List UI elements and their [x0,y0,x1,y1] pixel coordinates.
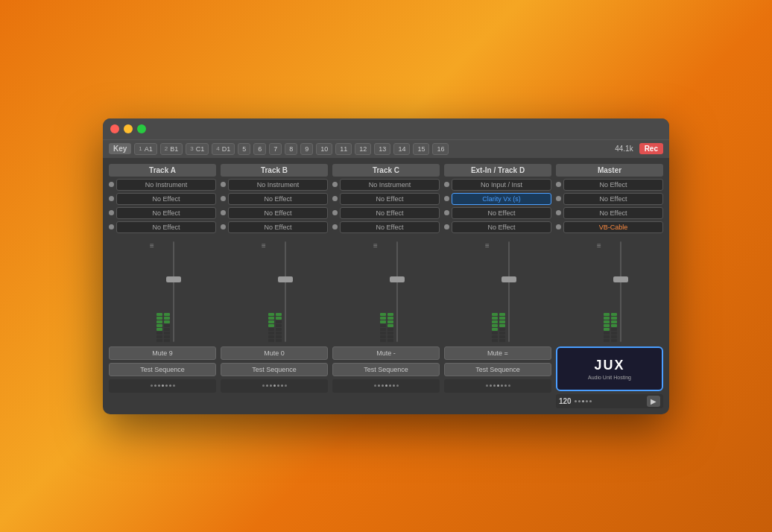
master-menu-icon[interactable]: ≡ [597,241,601,250]
track-b-effect3-row: No Effect [221,221,328,233]
track-a-effect3-row: No Effect [109,221,216,233]
channel-btn-10[interactable]: 10 [316,143,332,155]
channel-btn-c1[interactable]: 3C1 [186,143,209,155]
master-instrument[interactable]: No Effect [563,179,663,191]
track-d-instrument-row: No Input / Inst [444,179,551,191]
track-a-effect3-dot [109,224,114,229]
track-a-knob-mark2 [173,384,175,387]
channel-btn-12[interactable]: 12 [355,143,371,155]
track-c-effect3-row: No Effect [332,221,440,233]
jux-logo-button[interactable]: JUX Audio Unit Hosting [556,346,663,391]
track-d-inst-dot [444,182,449,187]
channel-btn-5[interactable]: 5 [238,143,250,155]
channel-btn-a1[interactable]: 1A1 [134,143,156,155]
tracks-effects-row: Track A No Instrument No Effect No Effec… [109,164,663,233]
track-b-effect2-dot [221,210,226,215]
track-c-effect3[interactable]: No Effect [340,221,440,233]
track-d-effect2[interactable]: No Effect [452,207,551,219]
track-c-effect1-row: No Effect [332,193,440,205]
track-a-effect2-row: No Effect [109,207,216,219]
channel-btn-16[interactable]: 16 [432,143,449,155]
track-b-seq[interactable]: Test Sequence [221,363,328,376]
channel-btn-11[interactable]: 11 [335,143,352,155]
maximize-button[interactable] [137,124,146,133]
fader-track-a: ≡ [109,238,216,342]
fader-master: ≡ [556,238,663,342]
fader-a-knob[interactable] [166,276,181,282]
track-c-seq[interactable]: Test Sequence [332,363,440,376]
track-a-effect3[interactable]: No Effect [116,221,216,233]
track-b-instrument[interactable]: No Instrument [228,179,328,191]
fader-master-knob[interactable] [613,276,628,282]
channel-btn-14[interactable]: 14 [393,143,410,155]
channel-btn-6[interactable]: 6 [253,143,266,155]
channel-btn-7[interactable]: 7 [269,143,282,155]
master-effect2-row: No Effect [556,207,663,219]
track-d-effect3[interactable]: No Effect [452,221,551,233]
fader-track-d: ≡ [444,238,551,342]
track-a-effect1[interactable]: No Effect [116,193,216,205]
app-window: Key 1A1 2B1 3C1 4D1 5 6 7 8 9 10 11 12 1… [103,118,669,414]
channel-btn-8[interactable]: 8 [285,143,297,155]
minimize-button[interactable] [124,124,133,133]
track-a-effect2[interactable]: No Effect [116,207,216,219]
fader-d-knob[interactable] [502,276,516,282]
master-inst-dot [556,182,561,187]
track-a-effect1-dot [109,196,114,201]
track-d-knob-row [444,379,551,393]
track-d-seq[interactable]: Test Sequence [444,363,551,376]
track-b-effect1-row: No Effect [221,193,328,205]
rec-button[interactable]: Rec [639,143,663,154]
key-label[interactable]: Key [109,143,131,154]
track-b-effect3[interactable]: No Effect [228,221,328,233]
track-c-bottom: Mute - Test Sequence [332,346,440,408]
track-c-instrument[interactable]: No Instrument [340,179,440,191]
track-c-knob-row [332,379,440,393]
track-b-effect2[interactable]: No Effect [228,207,328,219]
track-c-menu-icon[interactable]: ≡ [373,241,378,250]
track-a-instrument[interactable]: No Instrument [116,179,216,191]
play-button[interactable]: ▶ [647,396,660,407]
track-b-bottom: Mute 0 Test Sequence [221,346,328,408]
channel-btn-b1[interactable]: 2B1 [160,143,183,155]
track-d-effect1-row: Clarity Vx (s) [444,193,551,205]
channel-btn-15[interactable]: 15 [413,143,429,155]
track-d-effect1[interactable]: Clarity Vx (s) [452,193,551,205]
master-effect3-dot [556,224,561,229]
fader-c-knob[interactable] [390,276,405,282]
channel-btn-9[interactable]: 9 [300,143,313,155]
track-a-mute[interactable]: Mute 9 [109,346,216,360]
master-effect3[interactable]: VB-Cable [563,221,663,233]
track-a-menu-icon[interactable]: ≡ [150,241,154,250]
fader-b-knob[interactable] [278,276,293,282]
track-b-mute[interactable]: Mute 0 [221,346,328,360]
channel-btn-d1[interactable]: 4D1 [212,143,235,155]
track-d-column: Ext-In / Track D No Input / Inst Clarity… [444,164,551,233]
track-c-mute[interactable]: Mute - [332,346,440,360]
track-c-effect2[interactable]: No Effect [340,207,440,219]
track-d-menu-icon[interactable]: ≡ [485,241,490,250]
track-a-inst-dot [109,182,114,187]
toolbar: Key 1A1 2B1 3C1 4D1 5 6 7 8 9 10 11 12 1… [103,139,669,158]
track-d-instrument[interactable]: No Input / Inst [452,179,551,191]
track-d-mute[interactable]: Mute = [444,346,551,360]
track-b-effect3-dot [221,224,226,229]
track-b-effect1[interactable]: No Effect [228,193,328,205]
track-d-knob-mark2 [508,384,510,387]
master-effect1[interactable]: No Effect [563,193,663,205]
track-b-knob-mark [262,384,265,387]
master-effect2[interactable]: No Effect [563,207,663,219]
channel-btn-13[interactable]: 13 [374,143,390,155]
titlebar [103,118,669,139]
jux-logo-sub: Audio Unit Hosting [588,375,631,380]
close-button[interactable] [110,124,119,133]
track-a-effect1-row: No Effect [109,193,216,205]
track-a-instrument-row: No Instrument [109,179,216,191]
track-c-effect1[interactable]: No Effect [340,193,440,205]
track-b-menu-icon[interactable]: ≡ [262,241,266,250]
master-bottom: JUX Audio Unit Hosting 120 ▶ [556,346,663,408]
track-c-knob-mark2 [396,384,399,387]
jux-logo-text: JUX [594,358,624,373]
sample-rate: 44.1k [615,145,633,153]
track-a-seq[interactable]: Test Sequence [109,363,216,376]
